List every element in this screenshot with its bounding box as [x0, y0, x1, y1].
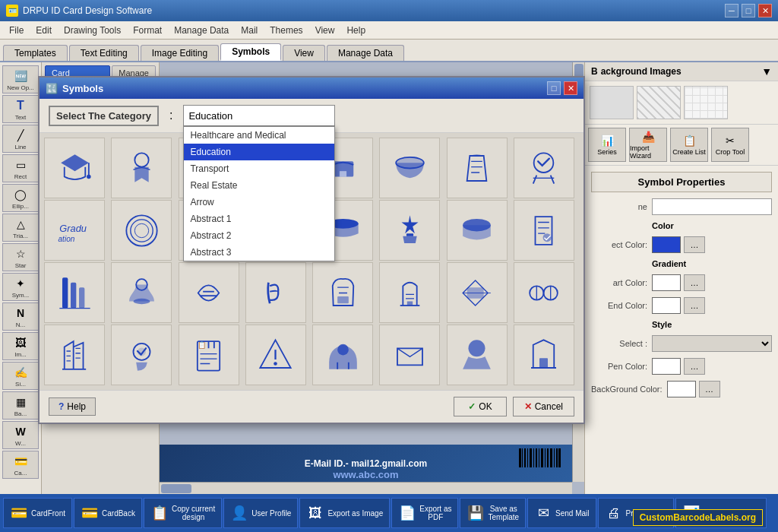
- export-image-button[interactable]: 🖼 Export as Image: [299, 498, 390, 528]
- symbol-cell-21[interactable]: [312, 262, 373, 323]
- symbol-cell-32[interactable]: [514, 325, 574, 385]
- symbol-cell-20[interactable]: [245, 262, 306, 323]
- dropdown-item-healthcare[interactable]: Healthcare and Medical: [184, 127, 334, 144]
- menu-view[interactable]: View: [309, 24, 341, 37]
- dropdown-item-education[interactable]: Education: [184, 144, 334, 160]
- bg-image-thumb-1[interactable]: [590, 86, 634, 119]
- tab-image-editing[interactable]: Image Editing: [141, 45, 219, 61]
- sidebar-item-w[interactable]: W W...: [2, 421, 39, 449]
- symbol-cell-9[interactable]: Graduation: [44, 200, 105, 261]
- create-list-button[interactable]: 📋 Create List: [670, 128, 708, 162]
- bg-color-box[interactable]: [667, 381, 696, 397]
- ok-button[interactable]: ✓ OK: [454, 397, 506, 416]
- send-mail-button[interactable]: ✉ Send Mail: [527, 498, 596, 528]
- bg-image-thumb-2[interactable]: [637, 86, 681, 119]
- object-color-picker-btn[interactable]: …: [684, 236, 705, 253]
- symbol-cell-30[interactable]: [379, 325, 440, 385]
- user-profile-button[interactable]: 👤 User Profile: [223, 498, 298, 528]
- symbol-cell-31[interactable]: [447, 325, 508, 385]
- symbol-cell-24[interactable]: [514, 262, 574, 323]
- symbol-cell-22[interactable]: [379, 262, 440, 323]
- category-select[interactable]: Healthcare and Medical Education Transpo…: [183, 105, 335, 126]
- end-color-picker-btn[interactable]: …: [684, 297, 705, 314]
- menu-file[interactable]: File: [3, 24, 30, 37]
- dropdown-item-transport[interactable]: Transport: [184, 160, 334, 177]
- dialog-close-btn[interactable]: ✕: [564, 81, 577, 95]
- dropdown-item-abstract2[interactable]: Abstract 2: [184, 227, 334, 244]
- menu-mail[interactable]: Mail: [235, 24, 264, 37]
- symbol-cell-28[interactable]: [245, 325, 306, 385]
- dialog-maximize-btn[interactable]: □: [547, 81, 561, 95]
- sidebar-item-triangle[interactable]: △ Tria...: [2, 214, 39, 242]
- card-front-button[interactable]: 💳 CardFront: [3, 498, 72, 528]
- start-color-box[interactable]: [652, 274, 681, 291]
- sidebar-item-barcode[interactable]: ▦ Ba...: [2, 391, 39, 420]
- minimize-button[interactable]: ─: [725, 4, 738, 17]
- expand-bg-btn[interactable]: ▼: [761, 65, 772, 78]
- tab-symbols[interactable]: Symbols: [220, 43, 281, 61]
- sidebar-item-signature[interactable]: ✍ Si...: [2, 362, 39, 390]
- import-wizard-button[interactable]: 📥 Import Wizard: [629, 128, 667, 162]
- sidebar-item-new[interactable]: 🆕 New Op...: [2, 65, 39, 93]
- symbol-cell-18[interactable]: [111, 262, 172, 323]
- card-back-button[interactable]: 💳 CardBack: [74, 498, 142, 528]
- start-color-picker-btn[interactable]: …: [684, 274, 705, 291]
- dropdown-item-realestate[interactable]: Real Estate: [184, 177, 334, 194]
- symbol-cell-26[interactable]: [111, 325, 172, 385]
- sidebar-item-text[interactable]: T Text: [2, 95, 39, 123]
- restore-button[interactable]: □: [742, 4, 755, 17]
- symbol-cell-1[interactable]: [44, 138, 105, 198]
- sidebar-item-n[interactable]: N N...: [2, 302, 39, 331]
- sidebar-item-rect[interactable]: ▭ Rect: [2, 154, 39, 182]
- help-button[interactable]: ? Help: [49, 397, 96, 416]
- style-select[interactable]: [652, 335, 772, 352]
- sidebar-item-line[interactable]: ╱ Line: [2, 125, 39, 153]
- symbol-cell-23[interactable]: [447, 262, 508, 323]
- sidebar-item-ellipse[interactable]: ◯ Ellip...: [2, 184, 39, 212]
- bg-color-picker-btn[interactable]: …: [699, 381, 720, 397]
- crop-tool-button[interactable]: ✂ Crop Tool: [711, 128, 749, 162]
- pen-color-picker-btn[interactable]: …: [684, 358, 705, 375]
- symbol-cell-14[interactable]: [379, 200, 440, 261]
- close-button[interactable]: ✕: [758, 4, 772, 17]
- menu-format[interactable]: Format: [127, 24, 168, 37]
- copy-design-button[interactable]: 📋 Copy currentdesign: [144, 498, 222, 528]
- menu-edit[interactable]: Edit: [30, 24, 58, 37]
- symbol-cell-15[interactable]: [447, 200, 508, 261]
- tab-manage-data[interactable]: Manage Data: [327, 45, 404, 61]
- symbol-cell-7[interactable]: [447, 138, 508, 198]
- sidebar-item-image[interactable]: 🖼 Im...: [2, 332, 39, 360]
- object-color-box[interactable]: [652, 236, 681, 253]
- symbols-dialog[interactable]: 🔣 Symbols □ ✕ Select The Category : Heal…: [38, 76, 585, 424]
- name-prop-input[interactable]: [652, 198, 772, 215]
- sidebar-item-star[interactable]: ☆ Star: [2, 243, 39, 271]
- tab-templates[interactable]: Templates: [3, 45, 68, 61]
- symbol-cell-29[interactable]: [312, 325, 373, 385]
- menu-manage-data[interactable]: Manage Data: [168, 24, 235, 37]
- cancel-button[interactable]: ✕ Cancel: [513, 397, 574, 416]
- series-button[interactable]: 📊 Series: [588, 128, 626, 162]
- dropdown-item-abstract1[interactable]: Abstract 1: [184, 211, 334, 227]
- menu-help[interactable]: Help: [340, 24, 372, 37]
- symbol-cell-25[interactable]: [44, 325, 105, 385]
- dropdown-item-abstract3[interactable]: Abstract 3: [184, 244, 334, 261]
- symbol-cell-10[interactable]: [111, 200, 172, 261]
- menu-drawing-tools[interactable]: Drawing Tools: [58, 24, 127, 37]
- symbol-cell-27[interactable]: 📋: [179, 325, 239, 385]
- symbol-cell-2[interactable]: [111, 138, 172, 198]
- symbol-cell-6[interactable]: [379, 138, 440, 198]
- bg-image-thumb-3[interactable]: [684, 86, 728, 119]
- tab-text-editing[interactable]: Text Editing: [69, 45, 139, 61]
- sidebar-item-card[interactable]: 💳 Ca...: [2, 451, 39, 479]
- end-color-box[interactable]: [652, 297, 681, 314]
- menu-themes[interactable]: Themes: [264, 24, 308, 37]
- symbol-cell-17[interactable]: [44, 262, 105, 323]
- export-pdf-button[interactable]: 📄 Export asPDF: [391, 498, 458, 528]
- tab-view[interactable]: View: [283, 45, 325, 61]
- dropdown-item-arrow[interactable]: Arrow: [184, 194, 334, 211]
- sidebar-item-symbol[interactable]: ✦ Sym...: [2, 273, 39, 301]
- save-template-button[interactable]: 💾 Save asTemplate: [460, 498, 526, 528]
- horizontal-scrollbar[interactable]: [160, 482, 572, 494]
- symbol-cell-19[interactable]: [179, 262, 239, 323]
- symbol-cell-16[interactable]: [514, 200, 574, 261]
